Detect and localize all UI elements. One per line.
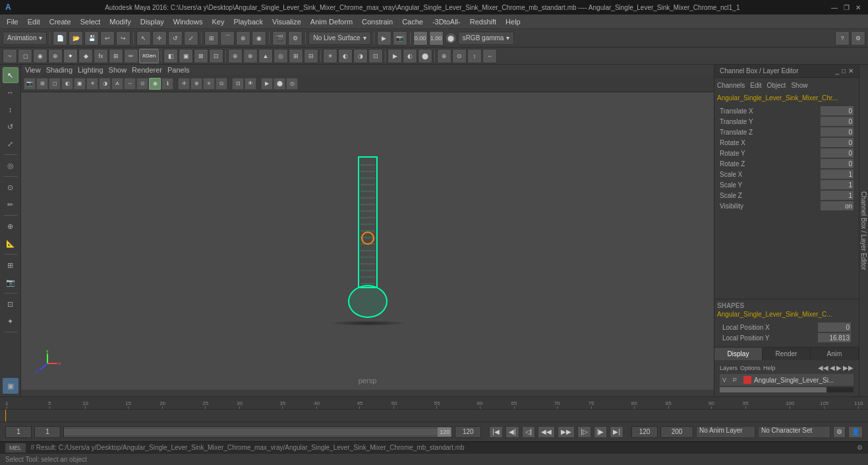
layers-menu[interactable]: Layers [720,365,738,371]
view-mode1[interactable]: ◧ [163,49,178,63]
layer-visibility-toggle[interactable]: V [722,377,730,383]
render-icon1[interactable]: ▶ [388,49,402,63]
extra-icon2[interactable]: ⊙ [452,49,467,63]
rotate-tool[interactable]: ↺ [168,31,183,46]
channel-sy-input[interactable] [821,180,854,189]
current-frame-field[interactable] [5,426,32,438]
wire-icon[interactable]: ⊡ [368,49,383,63]
channel-tx-input[interactable] [821,106,854,115]
new-file-button[interactable]: 📄 [53,31,67,46]
view-mode4[interactable]: ⊡ [209,49,223,63]
char-set-dropdown[interactable]: No Character Set [758,426,830,438]
measure-btn[interactable]: 📐 [3,235,18,251]
menu-display[interactable]: Display [136,16,168,27]
help-icon[interactable]: ? [835,31,850,46]
deform-btn[interactable]: ▣ [3,378,18,394]
animation-btn[interactable]: ✦ [63,49,78,63]
light-icon[interactable]: ☀ [323,49,337,63]
scale-tool[interactable]: ⤢ [184,31,198,46]
nav-last-icon[interactable]: ▶▶ [843,364,854,371]
curves-surfaces[interactable]: ~ [3,49,17,63]
vp-motion-icon[interactable]: ↔ [124,78,136,90]
extra-icon1[interactable]: ⊕ [437,49,451,63]
channel-vis-input[interactable] [821,201,854,210]
vp-menu-show[interactable]: Show [109,66,127,74]
menu-edit[interactable]: Edit [24,16,44,27]
maximize-button[interactable]: ❐ [842,3,851,12]
range-start-field[interactable] [34,426,61,438]
soft-select-btn[interactable]: ◎ [3,158,18,173]
channel-ty-input[interactable] [821,117,854,126]
vp-snap2d-icon[interactable]: ⊕ [190,78,202,90]
vp-texture-icon[interactable]: ▣ [74,78,86,90]
xgen-btn[interactable]: XGen [139,49,159,63]
snap-icon2[interactable]: ⊗ [243,49,258,63]
color-btn1[interactable]: 0.00 [413,31,428,46]
vp-eval-icon[interactable]: ≡ [203,78,215,90]
mode-dropdown[interactable]: Animation ▾ [3,32,47,45]
channel-sz-input[interactable] [821,191,854,200]
anim-layer-dropdown[interactable]: No Anim Layer [696,426,755,438]
vp-menu-lighting[interactable]: Lighting [78,66,103,74]
display-tab[interactable]: Display [714,348,763,360]
go-start-btn[interactable]: |◀ [489,426,503,438]
select-mode-btn[interactable]: ↖ [3,67,18,83]
open-file-button[interactable]: 📂 [69,31,83,46]
vp-menu-panels[interactable]: Panels [167,66,190,74]
render-settings[interactable]: ⚙ [288,31,303,46]
step-back-btn[interactable]: ◀| [506,426,519,438]
snap-btn[interactable]: ⊕ [3,218,18,234]
camera-left-btn[interactable]: 📷 [3,274,18,290]
shade-icon2[interactable]: ◑ [353,49,368,63]
menu-visualize[interactable]: Visualize [268,16,305,27]
lasso-btn[interactable]: ↔ [3,84,18,100]
paint-btn[interactable]: ↕ [3,102,18,117]
select-tool[interactable]: ↖ [136,31,151,46]
settings-icon[interactable]: ⚙ [851,31,865,46]
prev-key-btn[interactable]: ◁| [522,426,536,438]
poly-icon4[interactable]: ⊟ [304,49,318,63]
char-set-settings-btn[interactable]: 👤 [848,426,863,438]
cb-tab-show[interactable]: Show [791,82,807,89]
symmetry-btn[interactable]: ⊙ [3,179,18,195]
vp-gpu-icon[interactable]: G [216,78,227,90]
play-fwd-btn[interactable]: ▶▶ [558,426,575,438]
menu-select[interactable]: Select [76,16,105,27]
attribute-editor-tab[interactable]: Channel Box / Layer Editor [859,65,868,396]
vp-menu-renderer[interactable]: Renderer [132,66,162,74]
timeline-bar[interactable] [0,410,868,421]
custom-btn[interactable]: ✏ [124,49,138,63]
polygons-btn[interactable]: ◻ [18,49,32,63]
minimize-button[interactable]: — [830,3,839,12]
cb-tab-object[interactable]: Object [767,82,786,89]
menu-key[interactable]: Key [208,16,228,27]
layer-item[interactable]: V P Angular_Single_Lever_Si... [720,374,854,386]
vp-select-icon[interactable]: ◉ [149,78,161,90]
vp-render2-icon[interactable]: ⬤ [274,78,285,90]
poly-icon1[interactable]: ▲ [258,49,273,63]
menu-redshift[interactable]: Redshift [466,16,500,27]
snap-grid[interactable]: ⊞ [204,31,219,46]
snap-curve[interactable]: ⌒ [220,31,235,46]
shade-icon1[interactable]: ◐ [338,49,353,63]
menu-constrain[interactable]: Constrain [358,16,397,27]
vp-shade-icon[interactable]: ◐ [61,78,73,90]
no-live-surface[interactable]: No Live Surface ▾ [308,32,370,45]
menu-modify[interactable]: Modify [105,16,134,27]
menu-playback[interactable]: Playback [229,16,267,27]
camera-btn[interactable]: 📷 [393,31,407,46]
end-frame-field[interactable] [455,426,481,438]
menu-help[interactable]: Help [502,16,525,27]
vp-menu-view[interactable]: View [25,66,41,74]
step-fwd-btn[interactable]: |▶ [594,426,608,438]
fx-btn[interactable]: fx [94,49,108,63]
extra-icon4[interactable]: ↔ [482,49,497,63]
vp-show-icon[interactable]: 👁 [245,78,256,90]
translate-tool[interactable]: ✛ [152,31,167,46]
playback-range-slider[interactable]: 120 [63,426,452,438]
extra-icon3[interactable]: ↕ [467,49,482,63]
poly-icon2[interactable]: ◎ [274,49,288,63]
snap-point[interactable]: ⊕ [236,31,250,46]
show-grid-btn[interactable]: ⊞ [3,257,18,273]
menu-windows[interactable]: Windows [169,16,207,27]
